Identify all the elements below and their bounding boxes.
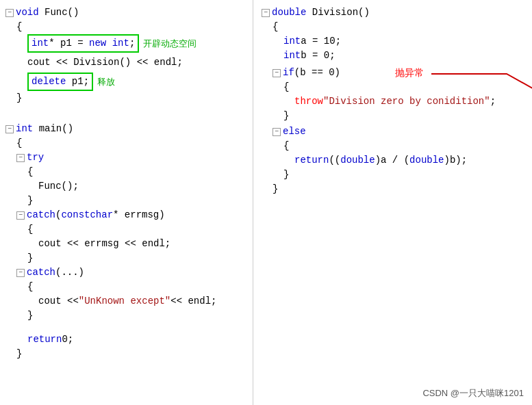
int-p1-line: int* p1 = new int; 开辟动态空间 xyxy=(27,34,253,53)
throw-line: throw "Division zero by conidition"; xyxy=(294,94,532,109)
try-open-brace: { xyxy=(27,165,253,179)
div-open-brace: { xyxy=(273,20,532,34)
watermark: CSDN @一只大喵咪1201 xyxy=(422,387,524,400)
fold-else-icon[interactable]: − xyxy=(273,128,281,136)
func-name: Func() xyxy=(45,5,79,20)
paoyichang-annotation: 抛异常 xyxy=(395,66,424,80)
try-line: − try xyxy=(5,151,253,165)
right-panel: − double Division() { int a = 10; int b … xyxy=(253,0,532,405)
fold-main-icon[interactable]: − xyxy=(5,125,14,133)
catch2-open-brace: { xyxy=(27,280,253,294)
main-name: main() xyxy=(39,122,73,136)
fold-try-icon[interactable]: − xyxy=(16,154,25,162)
catch2-body-line: cout << "UnKnown except" << endl; xyxy=(38,294,253,309)
fold-catch2-icon[interactable]: − xyxy=(16,269,25,277)
func-close-brace: } xyxy=(16,91,253,105)
if-line: − if (b == 0) 抛异常 xyxy=(262,66,532,80)
func-call-line: Func(); xyxy=(38,179,253,194)
void-keyword: void xyxy=(16,5,39,20)
else-line: − else xyxy=(262,125,532,139)
delete-p1-line: delete p1; 释放 xyxy=(27,73,253,91)
main-close-brace: } xyxy=(16,347,253,361)
left-panel: − void Func() { int* p1 = new int; 开辟动态空… xyxy=(0,0,253,405)
division-header-line: − double Division() xyxy=(262,5,532,20)
return-line: return 0; xyxy=(27,332,253,347)
kaipidong-annotation: 开辟动态空间 xyxy=(143,36,197,51)
shifang-annotation: 释放 xyxy=(97,75,115,89)
catch2-close-brace: } xyxy=(27,309,253,323)
else-open-brace: { xyxy=(283,139,532,153)
fold-division-icon[interactable]: − xyxy=(262,9,270,17)
fold-if-icon[interactable]: − xyxy=(273,69,281,77)
code-container: − void Func() { int* p1 = new int; 开辟动态空… xyxy=(0,0,532,405)
int-a-line: int a = 10; xyxy=(283,34,532,49)
catch1-body-line: cout << errmsg << endl; xyxy=(38,237,253,251)
return-division-line: return ((double)a / (double)b); xyxy=(294,153,532,168)
catch2-line: − catch (...) xyxy=(5,265,253,280)
div-close-brace: } xyxy=(273,182,532,196)
catch1-open-brace: { xyxy=(27,222,253,237)
else-close-brace: } xyxy=(283,168,532,182)
cout-division-line: cout << Division() << endl; xyxy=(27,55,253,70)
division-name: Division() xyxy=(312,5,370,20)
func-header-line: − void Func() xyxy=(5,5,253,20)
if-close-brace: } xyxy=(283,109,532,123)
main-open-brace: { xyxy=(16,136,253,151)
delete-p1-box: delete p1; xyxy=(27,73,93,91)
int-keyword-main: int xyxy=(16,122,33,136)
if-open-brace: { xyxy=(283,80,532,94)
int-b-line: int b = 0; xyxy=(283,49,532,63)
try-close-brace: } xyxy=(27,194,253,208)
fold-catch1-icon[interactable]: − xyxy=(16,211,25,220)
fold-func-icon[interactable]: − xyxy=(5,9,14,17)
int-p1-box: int* p1 = new int; xyxy=(27,34,139,53)
main-header-line: − int main() xyxy=(5,122,253,136)
catch1-close-brace: } xyxy=(27,251,253,265)
func-open-brace: { xyxy=(16,20,253,34)
catch1-line: − catch (const char* errmsg) xyxy=(5,208,253,222)
